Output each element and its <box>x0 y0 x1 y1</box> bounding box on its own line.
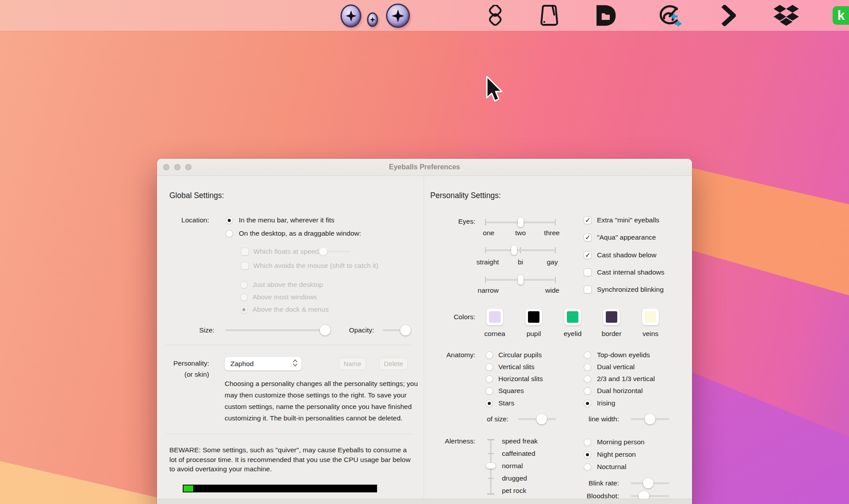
checkbox-aqua-appearance[interactable] <box>584 233 592 241</box>
radio-night-person-label[interactable]: Night person <box>597 450 636 459</box>
radio-dual-horizontal-label[interactable]: Dual horizontal <box>597 386 642 395</box>
radio-horizontal-slits-label[interactable]: Horizontal slits <box>498 374 543 383</box>
radio-top-down-eyelids[interactable] <box>584 351 591 359</box>
line-width-label: line width: <box>557 415 619 424</box>
creative-cloud-icon[interactable] <box>656 4 682 29</box>
layers-icon[interactable] <box>484 5 507 28</box>
location-label: Location: <box>161 216 209 225</box>
eyes-count-slider-thumb[interactable] <box>518 218 524 227</box>
chevron-icon[interactable] <box>721 5 736 28</box>
radio-squares[interactable] <box>486 387 493 395</box>
color-name-pupil: pupil <box>527 329 541 338</box>
eyes-orientation-slider[interactable] <box>486 249 556 251</box>
checkbox-cast-internal-shadows-label[interactable]: Cast internal shadows <box>597 268 665 277</box>
beware-warning-text: BEWARE: Some settings, such as "quiver",… <box>169 445 413 474</box>
radio-stars[interactable] <box>486 400 493 407</box>
checkbox-extra-mini-eyeballs[interactable] <box>584 216 592 224</box>
color-swatch <box>606 311 617 323</box>
external-drive-icon[interactable] <box>538 4 561 29</box>
radio-location-desktop-label[interactable]: On the desktop, as a draggable window: <box>239 229 361 238</box>
color-well-veins[interactable] <box>642 309 659 325</box>
slider-tick <box>487 439 494 440</box>
color-well-border[interactable] <box>603 309 620 325</box>
radio-dual-horizontal[interactable] <box>584 387 591 395</box>
k-app-icon[interactable]: k <box>833 6 849 25</box>
size-label: Size: <box>166 326 214 335</box>
line-width-slider-thumb[interactable] <box>645 414 655 424</box>
color-swatch <box>528 311 539 323</box>
eyeball-icon-mini[interactable] <box>367 12 378 27</box>
radio-morning-person[interactable] <box>584 439 591 446</box>
size-slider[interactable] <box>226 329 330 331</box>
checkbox-extra-mini-eyeballs-label[interactable]: Extra "mini" eyeballs <box>597 216 659 225</box>
checkbox-synchronized-blinking[interactable] <box>584 286 592 294</box>
radio-horizontal-slits[interactable] <box>486 375 493 383</box>
or-skin-label: (or skin) <box>161 370 209 379</box>
color-well-pupil[interactable] <box>525 309 542 325</box>
eyes-orientation-slider-thumb[interactable] <box>511 245 517 255</box>
radio-two-thirds-vertical-label[interactable]: 2/3 and 1/3 vertical <box>597 374 655 383</box>
checkbox-aqua-appearance-label[interactable]: "Aqua" appearance <box>597 233 656 242</box>
checkbox-cast-internal-shadows[interactable] <box>584 268 592 276</box>
checkbox-floats-label: Which floats at speed: <box>253 247 321 256</box>
radio-irising[interactable] <box>584 400 591 407</box>
radio-location-menubar-label[interactable]: In the menu bar, wherever it fits <box>239 216 334 225</box>
radio-stars-label[interactable]: Stars <box>498 399 514 408</box>
opacity-label: Opacity: <box>325 326 374 335</box>
radio-just-above-desktop <box>240 281 248 289</box>
slider-label-narrow: narrow <box>478 286 498 295</box>
global-settings-heading: Global Settings: <box>169 191 224 200</box>
eyes-spacing-slider-thumb[interactable] <box>518 275 524 285</box>
alertness-level-caffeinated: caffeinated <box>502 449 535 458</box>
radio-nocturnal-label[interactable]: Nocturnal <box>597 462 626 471</box>
radio-irising-label[interactable]: Irising <box>597 399 615 408</box>
blink-rate-slider-thumb[interactable] <box>643 478 654 489</box>
eyeball-icon-large-right[interactable] <box>386 4 410 28</box>
radio-morning-person-label[interactable]: Morning person <box>597 438 645 447</box>
default-folder-d-icon[interactable] <box>593 4 617 28</box>
radio-circular-pupils[interactable] <box>486 351 493 359</box>
radio-squares-label[interactable]: Squares <box>498 386 524 395</box>
color-name-eyelid: eyelid <box>564 329 582 338</box>
slider-tick <box>487 493 494 495</box>
eyeballs-preferences-window: Eyeballs Preferences Global Settings: Lo… <box>157 159 692 504</box>
radio-location-menubar[interactable] <box>226 217 233 224</box>
title-bar[interactable]: Eyeballs Preferences <box>157 159 692 176</box>
eyeball-icon-large-left[interactable] <box>340 4 361 27</box>
window-bottom-strip <box>157 499 692 504</box>
radio-circular-pupils-label[interactable]: Circular pupils <box>498 351 542 359</box>
radio-just-above-desktop-label: Just above the desktop <box>252 280 323 289</box>
opacity-slider-thumb[interactable] <box>400 325 411 336</box>
personality-select[interactable]: Zaphod <box>225 357 302 370</box>
checkbox-synchronized-blinking-label[interactable]: Synchronized blinking <box>597 285 664 294</box>
color-well-eyelid[interactable] <box>564 309 581 325</box>
alertness-slider-thumb[interactable] <box>486 463 496 469</box>
slider-label-wide: wide <box>545 286 559 295</box>
slider-label-gay: gay <box>547 258 558 267</box>
menu-bar: k <box>0 0 849 31</box>
radio-location-desktop[interactable] <box>226 230 233 237</box>
radio-vertical-slits[interactable] <box>486 363 493 371</box>
alertness-level-speed-freak: speed freak <box>502 437 538 446</box>
checkbox-cast-shadow-below-label[interactable]: Cast shadow below <box>597 251 656 260</box>
radio-vertical-slits-label[interactable]: Vertical slits <box>498 363 535 371</box>
radio-dual-vertical[interactable] <box>584 363 591 371</box>
bloodshot-slider[interactable] <box>631 495 669 497</box>
color-name-cornea: cornea <box>484 329 505 338</box>
delete-button: Delete <box>379 358 408 370</box>
cpu-usage-fill <box>184 485 193 492</box>
radio-two-thirds-vertical[interactable] <box>584 375 591 383</box>
color-name-border: border <box>602 329 622 338</box>
radio-dual-vertical-label[interactable]: Dual vertical <box>597 363 635 371</box>
alertness-label: Alertness: <box>422 437 475 446</box>
desktop-screen: k Eyeballs Preferences Global Settings: … <box>0 0 849 504</box>
radio-above-dock-menus-label: Above the dock & menus <box>252 305 329 314</box>
dropbox-icon[interactable] <box>773 5 799 29</box>
radio-nocturnal[interactable] <box>584 463 591 471</box>
radio-top-down-eyelids-label[interactable]: Top-down eyelids <box>597 351 650 359</box>
of-size-slider-thumb[interactable] <box>536 414 547 424</box>
divider <box>165 434 412 434</box>
color-well-cornea[interactable] <box>486 309 503 325</box>
checkbox-cast-shadow-below[interactable] <box>584 251 592 259</box>
radio-night-person[interactable] <box>584 451 591 458</box>
